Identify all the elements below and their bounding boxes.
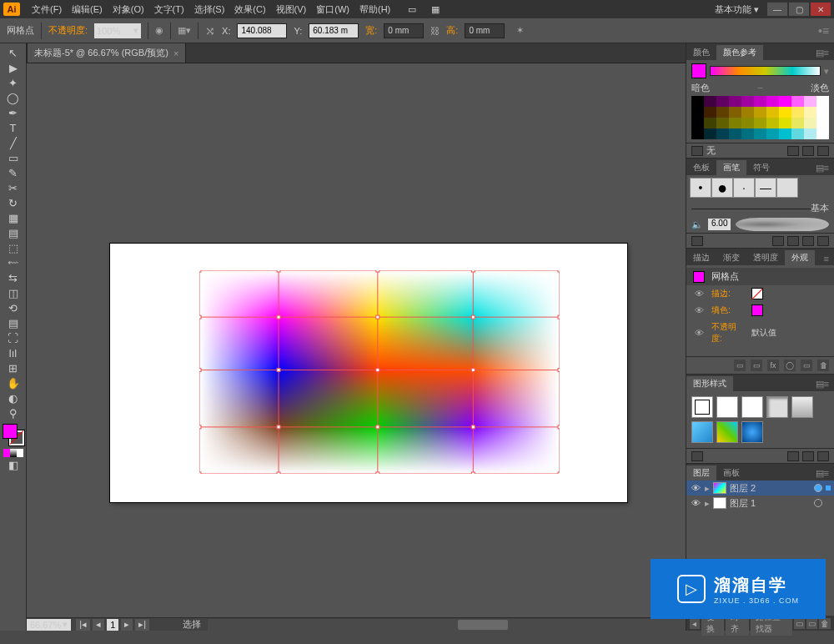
tool-13[interactable]: ⬚ bbox=[2, 240, 25, 255]
appear-foot-3[interactable]: fx bbox=[767, 360, 779, 371]
style-foot-3[interactable] bbox=[817, 451, 829, 461]
menu-item[interactable]: 对象(O) bbox=[108, 1, 149, 18]
tab-layers[interactable]: 图层 bbox=[686, 465, 716, 480]
arrange-icon[interactable]: ▦ bbox=[429, 3, 442, 16]
swatch[interactable] bbox=[741, 118, 754, 128]
swatch[interactable] bbox=[766, 107, 779, 118]
swatch[interactable] bbox=[716, 107, 729, 118]
panel-menu-icon[interactable]: ▤≡ bbox=[811, 377, 834, 391]
tab-artboards[interactable]: 画板 bbox=[716, 465, 746, 480]
swatch[interactable] bbox=[779, 107, 791, 118]
fill-stroke-control[interactable] bbox=[3, 424, 24, 445]
swatch[interactable] bbox=[754, 107, 766, 118]
swatch[interactable] bbox=[791, 118, 804, 128]
swatch[interactable] bbox=[716, 118, 729, 128]
edit-colors-icon[interactable] bbox=[691, 146, 703, 156]
appearance-row[interactable]: 👁描边: bbox=[686, 285, 834, 302]
brush-3[interactable]: · bbox=[733, 178, 755, 198]
swatch[interactable] bbox=[729, 96, 741, 107]
foot-icon-3[interactable] bbox=[817, 146, 829, 156]
brush-4[interactable]: — bbox=[755, 178, 776, 198]
swatch[interactable] bbox=[779, 96, 791, 107]
tool-0[interactable]: ↖ bbox=[2, 45, 25, 60]
tool-4[interactable]: ✒ bbox=[2, 105, 25, 120]
swatch[interactable] bbox=[704, 107, 716, 118]
swatch[interactable] bbox=[741, 96, 754, 107]
tool-20[interactable]: lıl bbox=[2, 345, 25, 360]
align-icon[interactable]: ▦▾ bbox=[178, 25, 191, 36]
tool-19[interactable]: ⛶ bbox=[2, 330, 25, 345]
swatch[interactable] bbox=[779, 118, 791, 128]
minimize-button[interactable]: — bbox=[767, 3, 787, 16]
swatch[interactable] bbox=[716, 96, 729, 107]
brush-5[interactable] bbox=[776, 178, 798, 198]
document-icon[interactable]: ▭ bbox=[405, 3, 419, 16]
brush-foot-2[interactable] bbox=[787, 236, 799, 246]
appearance-row[interactable]: 👁填色: bbox=[686, 302, 834, 319]
menu-item[interactable]: 效果(C) bbox=[229, 1, 270, 18]
next-page-icon[interactable]: ▸ bbox=[121, 619, 133, 631]
tool-10[interactable]: ↻ bbox=[2, 195, 25, 210]
appearance-swatch[interactable] bbox=[751, 304, 763, 316]
tool-7[interactable]: ▭ bbox=[2, 150, 25, 165]
style-7[interactable] bbox=[716, 421, 738, 443]
recolor-icon[interactable]: ◉ bbox=[155, 25, 163, 36]
layer-row[interactable]: 👁▸图层 1 bbox=[686, 496, 834, 511]
menu-item[interactable]: 视图(V) bbox=[271, 1, 312, 18]
style-6[interactable] bbox=[691, 421, 713, 443]
swatch[interactable] bbox=[766, 118, 779, 128]
layer-expand-icon[interactable]: ▸ bbox=[705, 498, 710, 509]
swatch[interactable] bbox=[704, 128, 716, 139]
screen-mode[interactable]: ◧ bbox=[2, 457, 25, 472]
shade-swatch-grid[interactable] bbox=[691, 96, 829, 139]
controlbar-menu-icon[interactable]: •≡ bbox=[818, 24, 829, 38]
tab-stroke[interactable]: 描边 bbox=[686, 250, 716, 265]
swatch[interactable] bbox=[691, 96, 704, 107]
tab-graphic-styles[interactable]: 图形样式 bbox=[686, 376, 733, 391]
tab-color[interactable]: 颜色 bbox=[686, 45, 716, 60]
panel-menu-icon[interactable]: ▤≡ bbox=[811, 466, 834, 480]
menu-item[interactable]: 窗口(W) bbox=[311, 1, 354, 18]
visibility-icon[interactable]: 👁 bbox=[693, 328, 705, 338]
gradient-mesh-object[interactable] bbox=[199, 270, 560, 474]
tool-23[interactable]: ◐ bbox=[2, 390, 25, 405]
color-mode-toggle[interactable] bbox=[3, 449, 23, 457]
tool-24[interactable]: ⚲ bbox=[2, 405, 25, 420]
foot-icon-1[interactable] bbox=[787, 146, 799, 156]
zoom-level[interactable]: 66.67%▾ bbox=[27, 619, 71, 631]
layer-target-icon[interactable] bbox=[814, 484, 822, 492]
appear-foot-1[interactable]: ▭ bbox=[734, 360, 746, 371]
swap-xy-icon[interactable]: ⤭ bbox=[205, 24, 215, 38]
tab-swatches[interactable]: 色板 bbox=[686, 160, 716, 175]
brush-basic-row[interactable]: 基本 bbox=[686, 200, 834, 216]
appear-foot-5[interactable]: ▭ bbox=[801, 360, 812, 371]
swatch[interactable] bbox=[754, 118, 766, 128]
transform-icon[interactable]: ✶ bbox=[516, 25, 524, 36]
close-button[interactable]: ✕ bbox=[811, 3, 831, 16]
hscroll-thumb[interactable] bbox=[458, 620, 508, 630]
swatch[interactable] bbox=[804, 96, 816, 107]
swatch[interactable] bbox=[791, 96, 804, 107]
tool-2[interactable]: ✦ bbox=[2, 75, 25, 90]
swatch[interactable] bbox=[804, 118, 816, 128]
swatch[interactable] bbox=[729, 107, 741, 118]
appearance-row[interactable]: 👁不透明度:默认值 bbox=[686, 319, 834, 347]
tab-gradient[interactable]: 渐变 bbox=[716, 250, 746, 265]
tool-8[interactable]: ✎ bbox=[2, 165, 25, 180]
bottom-foot-3[interactable]: 🗑 bbox=[819, 618, 831, 629]
brush-size-value[interactable]: 6.00 bbox=[708, 219, 731, 230]
panel-menu-icon[interactable]: ≡ bbox=[819, 252, 834, 265]
prev-page-icon[interactable]: ◂ bbox=[93, 619, 104, 631]
menu-item[interactable]: 文件(F) bbox=[27, 1, 67, 18]
tool-9[interactable]: ✂ bbox=[2, 180, 25, 195]
bottom-foot-1[interactable]: ▭ bbox=[794, 618, 805, 629]
tool-21[interactable]: ⊞ bbox=[2, 360, 25, 375]
tab-color-guide[interactable]: 颜色参考 bbox=[716, 45, 763, 60]
tool-22[interactable]: ✋ bbox=[2, 375, 25, 390]
visibility-icon[interactable]: 👁 bbox=[693, 305, 705, 315]
tool-6[interactable]: ╱ bbox=[2, 135, 25, 150]
swatch[interactable] bbox=[816, 128, 829, 139]
swatch[interactable] bbox=[729, 128, 741, 139]
style-3[interactable] bbox=[741, 396, 763, 418]
swatch[interactable] bbox=[741, 128, 754, 139]
